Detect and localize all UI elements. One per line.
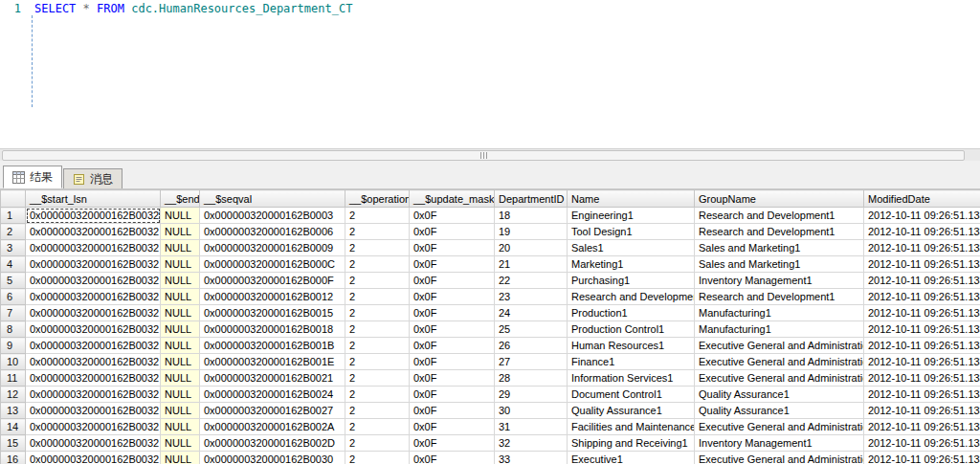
row-header[interactable]: 11: [1, 370, 26, 387]
grid-cell[interactable]: 2012-10-11 09:26:51.133: [864, 289, 980, 305]
grid-cell[interactable]: 2: [345, 435, 410, 452]
row-header[interactable]: 4: [1, 256, 26, 273]
grid-cell[interactable]: 0x000000320000162B001E: [200, 354, 345, 370]
grid-cell[interactable]: 2012-10-11 09:26:51.133: [864, 208, 980, 224]
grid-cell[interactable]: 0x000000320000162B0032: [26, 240, 161, 256]
grid-cell[interactable]: 0x0F: [410, 305, 495, 321]
row-header[interactable]: 14: [1, 419, 26, 435]
grid-cell[interactable]: Research and Development1: [695, 289, 864, 305]
grid-cell[interactable]: 0x000000320000162B0032: [26, 321, 161, 338]
grid-cell[interactable]: 2: [345, 387, 410, 403]
grid-cell[interactable]: Sales and Marketing1: [695, 256, 864, 273]
grid-cell[interactable]: 0x0F: [410, 208, 495, 224]
grid-cell[interactable]: NULL: [161, 435, 200, 452]
row-header[interactable]: 7: [1, 305, 26, 321]
grid-cell[interactable]: Shipping and Receiving1: [568, 435, 695, 452]
grid-cell[interactable]: Executive General and Administration1: [695, 452, 864, 464]
grid-cell[interactable]: 28: [495, 370, 568, 387]
grid-cell[interactable]: 0x0F: [410, 321, 495, 338]
grid-cell[interactable]: 0x000000320000162B0012: [200, 289, 345, 305]
grid-cell[interactable]: 0x0F: [410, 240, 495, 256]
grid-cell[interactable]: 2012-10-11 09:26:51.133: [864, 273, 980, 289]
tab-messages[interactable]: 消息: [63, 168, 122, 188]
grid-cell[interactable]: 2: [345, 256, 410, 273]
grid-cell[interactable]: NULL: [161, 289, 200, 305]
grid-cell[interactable]: 0x0F: [410, 256, 495, 273]
grid-cell[interactable]: 0x0F: [410, 435, 495, 452]
column-header[interactable]: ModifiedDate: [864, 190, 980, 208]
grid-cell[interactable]: Document Control1: [568, 387, 695, 403]
row-header[interactable]: 13: [1, 403, 26, 419]
grid-cell[interactable]: Executive General and Administration1: [695, 419, 864, 435]
grid-cell[interactable]: 2: [345, 224, 410, 240]
grid-cell[interactable]: 0x0F: [410, 403, 495, 419]
grid-cell[interactable]: Tool Design1: [568, 224, 695, 240]
grid-cell[interactable]: Quality Assurance1: [695, 387, 864, 403]
grid-cell[interactable]: 0x000000320000162B0032: [26, 387, 161, 403]
grid-cell[interactable]: 30: [495, 403, 568, 419]
grid-cell[interactable]: 0x000000320000162B000C: [200, 256, 345, 273]
grid-cell[interactable]: 2: [345, 370, 410, 387]
grid-cell[interactable]: 2012-10-11 09:26:51.133: [864, 403, 980, 419]
grid-cell[interactable]: Executive1: [568, 452, 695, 464]
grid-cell[interactable]: NULL: [161, 338, 200, 354]
grid-cell[interactable]: Sales and Marketing1: [695, 240, 864, 256]
grid-cell[interactable]: Production1: [568, 305, 695, 321]
row-header[interactable]: 3: [1, 240, 26, 256]
grid-cell[interactable]: 22: [495, 273, 568, 289]
grid-cell[interactable]: NULL: [161, 273, 200, 289]
row-header[interactable]: 10: [1, 354, 26, 370]
grid-cell[interactable]: Finance1: [568, 354, 695, 370]
grid-cell[interactable]: Executive General and Administration1: [695, 370, 864, 387]
grid-cell[interactable]: 2012-10-11 09:26:51.133: [864, 387, 980, 403]
grid-cell[interactable]: 0x000000320000162B0021: [200, 370, 345, 387]
grid-cell[interactable]: Human Resources1: [568, 338, 695, 354]
grid-cell[interactable]: 2: [345, 305, 410, 321]
grid-cell[interactable]: 0x000000320000162B0032: [26, 370, 161, 387]
grid-cell[interactable]: 0x000000320000162B0032: [26, 403, 161, 419]
grid-cell[interactable]: 0x000000320000162B002D: [200, 435, 345, 452]
row-header[interactable]: 5: [1, 273, 26, 289]
grid-cell[interactable]: 2: [345, 403, 410, 419]
grid-cell[interactable]: Information Services1: [568, 370, 695, 387]
grid-cell[interactable]: 2: [345, 354, 410, 370]
row-header[interactable]: 16: [1, 452, 26, 464]
grid-cell[interactable]: 0x0F: [410, 387, 495, 403]
column-header[interactable]: Name: [568, 190, 695, 208]
scrollbar-thumb[interactable]: [2, 150, 965, 161]
grid-cell[interactable]: 2: [345, 240, 410, 256]
grid-cell[interactable]: 2: [345, 452, 410, 464]
grid-cell[interactable]: NULL: [161, 321, 200, 338]
grid-cell[interactable]: NULL: [161, 387, 200, 403]
grid-cell[interactable]: Research and Development1: [695, 224, 864, 240]
grid-cell[interactable]: Production Control1: [568, 321, 695, 338]
grid-cell[interactable]: 2012-10-11 09:26:51.133: [864, 452, 980, 464]
grid-cell[interactable]: 2: [345, 338, 410, 354]
grid-cell[interactable]: Quality Assurance1: [568, 403, 695, 419]
grid-cell[interactable]: Inventory Management1: [695, 273, 864, 289]
grid-cell[interactable]: 0x000000320000162B0003: [200, 208, 345, 224]
grid-cell[interactable]: 0x0F: [410, 273, 495, 289]
column-header[interactable]: GroupName: [695, 190, 864, 208]
grid-cell[interactable]: 0x0F: [410, 289, 495, 305]
grid-cell[interactable]: NULL: [161, 224, 200, 240]
grid-cell[interactable]: Manufacturing1: [695, 321, 864, 338]
grid-cell[interactable]: NULL: [161, 403, 200, 419]
grid-cell[interactable]: 0x000000320000162B0032: [26, 256, 161, 273]
grid-cell[interactable]: 2012-10-11 09:26:51.133: [864, 370, 980, 387]
grid-cell[interactable]: Engineering1: [568, 208, 695, 224]
row-header[interactable]: 12: [1, 387, 26, 403]
grid-cell[interactable]: 32: [495, 435, 568, 452]
column-header[interactable]: __$seqval: [200, 190, 345, 208]
grid-cell[interactable]: 2012-10-11 09:26:51.133: [864, 305, 980, 321]
grid-cell[interactable]: 0x000000320000162B001B: [200, 338, 345, 354]
grid-cell[interactable]: 25: [495, 321, 568, 338]
grid-cell[interactable]: Executive General and Administration1: [695, 354, 864, 370]
grid-cell[interactable]: 0x000000320000162B0015: [200, 305, 345, 321]
grid-cell[interactable]: 21: [495, 256, 568, 273]
grid-cell[interactable]: 19: [495, 224, 568, 240]
grid-cell[interactable]: 0x000000320000162B0032: [26, 305, 161, 321]
grid-cell[interactable]: 2012-10-11 09:26:51.133: [864, 435, 980, 452]
grid-cell[interactable]: 33: [495, 452, 568, 464]
column-header[interactable]: __$start_lsn: [26, 190, 161, 208]
